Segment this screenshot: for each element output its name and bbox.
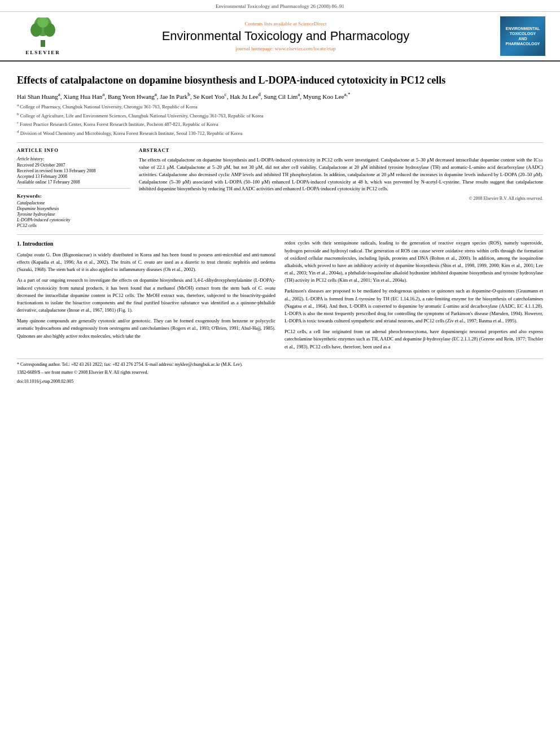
species-name: Catalpa ovata [17, 252, 45, 257]
keyword-4: L-DOPA-induced cytotoxicity [17, 217, 130, 222]
aff-b: b College of Agriculture, Life and Envir… [17, 111, 543, 120]
footnote-star: * Corresponding author. Tel.: +82 43 261… [17, 361, 543, 368]
body-para-5: Parkinson's diseases are proposed to be … [285, 287, 543, 325]
revised-date: Received in revised form 13 February 200… [17, 168, 130, 173]
page-wrapper: Environmental Toxicology and Pharmacolog… [0, 0, 560, 392]
keyword-5: PC12 cells [17, 223, 130, 228]
elsevier-logo: ELSEVIER [25, 18, 60, 55]
article-title: Effects of catalpalactone on dopamine bi… [17, 74, 543, 87]
header-center: Contents lists available at ScienceDirec… [77, 21, 495, 51]
info-divider [17, 188, 130, 189]
footnote-issn: 1382-6689/$ – see front matter © 2008 El… [17, 369, 543, 376]
top-bar: Environmental Toxicology and Pharmacolog… [0, 0, 560, 12]
header-left: ELSEVIER [9, 18, 77, 55]
journal-homepage: journal homepage: www.elsevier.com/locat… [77, 46, 495, 51]
article-info-panel: ARTICLE INFO Article history: Received 2… [17, 147, 130, 229]
info-abstract-section: ARTICLE INFO Article history: Received 2… [17, 142, 543, 229]
journal-citation: Environmental Toxicology and Pharmacolog… [216, 3, 344, 9]
journal-logo-box: ENVIRONMENTALTOXICOLOGYANDPHARMACOLOGY [500, 16, 545, 56]
received-date: Received 29 October 2007 [17, 163, 130, 168]
authors-line: Hai Shan Huanga, Xiang Hua Hana, Bang Ye… [17, 91, 543, 100]
body-para-1: Catalpa ovata G. Don (Bignoniaceae) is w… [17, 251, 275, 274]
column-left: 1. Introduction Catalpa ovata G. Don (Bi… [17, 239, 275, 353]
body-para-3: Many quinone compounds are generally cyt… [17, 317, 275, 340]
footnote-doi: doi:10.1016/j.etap.2008.02.005 [17, 378, 543, 385]
accepted-date: Accepted 13 February 2008 [17, 174, 130, 179]
column-right: redox cycles with their semiquinone radi… [285, 239, 543, 353]
keywords-label: Keywords: [17, 193, 130, 199]
abstract-text: The effects of catalpalactone on dopamin… [139, 156, 543, 193]
online-date: Available online 17 February 2008 [17, 180, 130, 185]
species-name-2: C. ovata [138, 259, 155, 265]
journal-logo-text: ENVIRONMENTALTOXICOLOGYANDPHARMACOLOGY [505, 26, 540, 46]
science-direct-line: Contents lists available at ScienceDirec… [77, 21, 495, 27]
affiliations: a College of Pharmacy, Chungbuk National… [17, 102, 543, 137]
elsevier-tree-icon [26, 18, 60, 49]
keywords-section: Keywords: Catalpalactone Dopamine biosyn… [17, 193, 130, 228]
aff-a: a College of Pharmacy, Chungbuk National… [17, 102, 543, 111]
journal-title: Environmental Toxicology and Pharmacolog… [77, 29, 495, 43]
abstract-heading: ABSTRACT [139, 147, 543, 153]
body-para-6: PC12 cells, a cell line originated from … [285, 328, 543, 351]
footnotes: * Corresponding author. Tel.: +82 43 261… [17, 359, 543, 385]
aff-c: c Forest Practice Research Center, Korea… [17, 120, 543, 128]
elsevier-text: ELSEVIER [25, 50, 60, 55]
body-columns: 1. Introduction Catalpa ovata G. Don (Bi… [17, 234, 543, 353]
journal-header: ELSEVIER Contents lists available at Sci… [0, 12, 560, 62]
abstract-section: ABSTRACT The effects of catalpalactone o… [139, 147, 543, 229]
keyword-1: Catalpalactone [17, 200, 130, 206]
keyword-3: Tyrosine hydroxylase [17, 212, 130, 217]
section1-heading: 1. Introduction [17, 239, 275, 248]
aff-d: d Division of Wood Chemistry and Microbi… [17, 129, 543, 137]
header-right: ENVIRONMENTALTOXICOLOGYANDPHARMACOLOGY [495, 16, 551, 56]
keyword-2: Dopamine biosynthesis [17, 206, 130, 211]
article-info-heading: ARTICLE INFO [17, 147, 130, 153]
history-label: Article history: [17, 156, 130, 161]
svg-rect-0 [41, 40, 45, 47]
copyright-notice: © 2008 Elsevier B.V. All rights reserved… [139, 196, 543, 201]
article-content: Effects of catalpalactone on dopamine bi… [0, 62, 560, 392]
body-para-4: redox cycles with their semiquinone radi… [285, 239, 543, 284]
body-para-2: As a part of our ongoing research to inv… [17, 277, 275, 314]
